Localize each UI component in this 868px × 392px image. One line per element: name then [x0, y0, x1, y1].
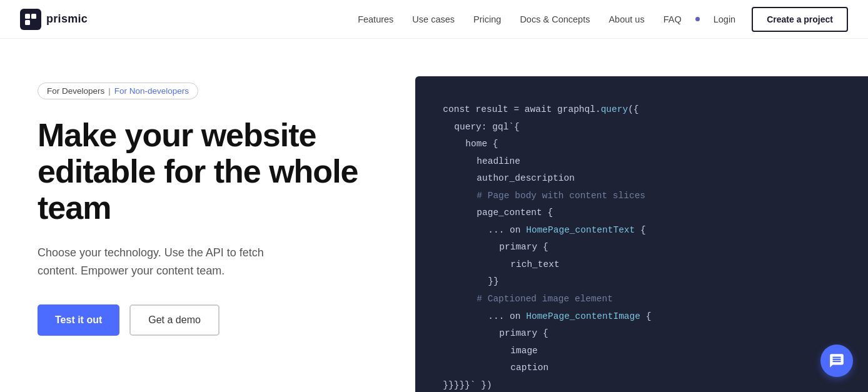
code-line-8: ... on HomePage_contentText {	[443, 222, 840, 239]
prismic-logo-icon	[20, 9, 41, 30]
svg-rect-1	[25, 14, 30, 19]
code-line-15: image	[443, 343, 840, 360]
create-project-button[interactable]: Create a project	[752, 7, 848, 32]
cta-row: Test it out Get a demo	[38, 304, 378, 336]
header: prismic Features Use cases Pricing Docs …	[0, 0, 868, 39]
chat-icon	[829, 353, 845, 369]
nav-login[interactable]: Login	[706, 11, 743, 28]
main-content: For Developers | For Non-developers Make…	[0, 39, 868, 392]
nav-about-us[interactable]: About us	[601, 11, 652, 28]
svg-rect-0	[20, 9, 41, 30]
audience-nondev-label: For Non-developers	[114, 86, 189, 96]
hero-title: Make your website editable for the whole…	[38, 117, 378, 226]
code-panel: const result = await graphql.query({ que…	[415, 76, 868, 392]
hero-section: For Developers | For Non-developers Make…	[38, 76, 403, 336]
main-nav: Features Use cases Pricing Docs & Concep…	[350, 7, 848, 32]
nav-faq[interactable]: FAQ	[656, 11, 689, 28]
audience-separator: |	[108, 86, 111, 96]
code-line-14: primary {	[443, 325, 840, 343]
nav-dot-separator	[695, 17, 700, 21]
chat-bubble[interactable]	[820, 344, 853, 377]
get-demo-button[interactable]: Get a demo	[129, 304, 220, 336]
svg-rect-2	[31, 14, 36, 19]
code-line-6: # Page body with content slices	[443, 188, 840, 205]
code-line-1: const result = await graphql.query({	[443, 101, 840, 119]
nav-docs-concepts[interactable]: Docs & Concepts	[512, 11, 597, 28]
code-line-5: author_description	[443, 170, 840, 188]
audience-dev-label: For Developers	[47, 86, 104, 96]
code-line-11: }}	[443, 273, 840, 291]
code-line-9: primary {	[443, 239, 840, 256]
svg-rect-3	[25, 20, 30, 25]
code-line-4: headline	[443, 153, 840, 171]
code-line-10: rich_text	[443, 256, 840, 274]
nav-pricing[interactable]: Pricing	[466, 11, 508, 28]
nav-use-cases[interactable]: Use cases	[405, 11, 462, 28]
code-line-7: page_content {	[443, 204, 840, 222]
hero-subtitle: Choose your technology. Use the API to f…	[38, 244, 300, 280]
nav-features[interactable]: Features	[350, 11, 401, 28]
code-line-3: home {	[443, 136, 840, 153]
code-line-17: }}}}}` })	[443, 377, 840, 392]
test-it-out-button[interactable]: Test it out	[38, 304, 119, 336]
code-line-13: ... on HomePage_contentImage {	[443, 308, 840, 326]
code-line-12: # Captioned image element	[443, 291, 840, 308]
code-line-2: query: gql`{	[443, 119, 840, 136]
code-line-16: caption	[443, 359, 840, 377]
audience-toggle[interactable]: For Developers | For Non-developers	[38, 83, 198, 99]
logo-text: prismic	[46, 13, 88, 26]
logo[interactable]: prismic	[20, 9, 88, 30]
